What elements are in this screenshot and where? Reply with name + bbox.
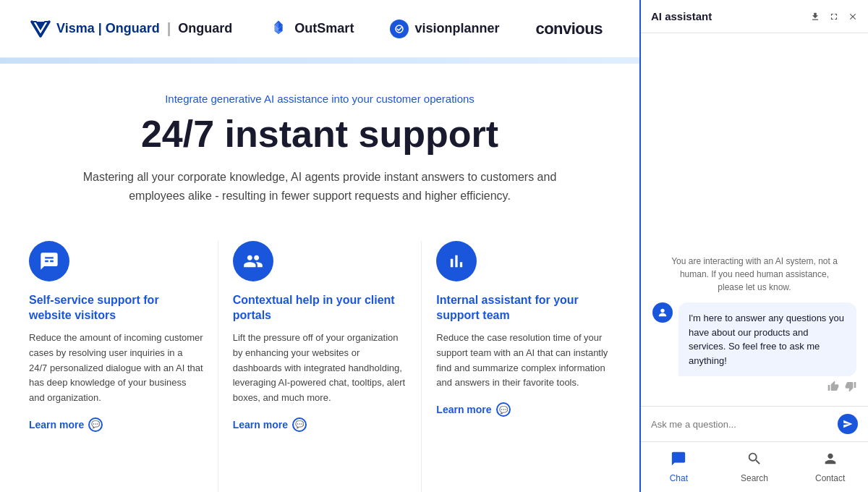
nav-contact[interactable]: Contact — [792, 445, 868, 489]
visionplanner-logo: visionplanner — [390, 20, 499, 38]
ai-avatar-icon — [657, 307, 668, 318]
cards-section: Self-service support for website visitor… — [0, 219, 639, 492]
svg-point-1 — [660, 309, 664, 313]
ai-bubble-container: I'm here to answer any questions you hav… — [678, 302, 856, 394]
card-contextual-help: Contextual help in your client portals L… — [218, 241, 422, 492]
ai-body: You are interacting with an AI system, n… — [641, 33, 868, 406]
learn-more-icon-3: 💬 — [496, 402, 511, 417]
blue-stripe — [0, 58, 639, 64]
ai-bottom-nav: Chat Search Contact — [641, 441, 868, 492]
card-3-title: Internal assistant for your support team — [436, 293, 610, 323]
hero-description: Mastering all your corporate knowledge, … — [67, 168, 573, 205]
card-1-desc: Reduce the amount of incoming customer c… — [29, 331, 203, 406]
visionplanner-text: visionplanner — [414, 21, 499, 36]
learn-more-icon-1: 💬 — [88, 417, 103, 432]
learn-more-icon-2: 💬 — [292, 417, 307, 432]
visma-onguard-logo: Visma | Onguard | Onguard — [29, 19, 232, 39]
outsmart-logo-icon — [268, 19, 289, 39]
ai-notice: You are interacting with an AI system, n… — [652, 255, 856, 294]
ai-input-area — [641, 406, 868, 441]
visma-logo-icon — [29, 19, 52, 39]
chart-icon — [446, 251, 467, 271]
card-2-desc: Lift the pressure off of your organizati… — [233, 331, 407, 406]
close-icon[interactable] — [848, 12, 858, 22]
divider-pipe: | — [167, 20, 171, 37]
chat-bubble-nav-icon — [671, 451, 686, 470]
card-1-learn-more[interactable]: Learn more 💬 — [29, 417, 203, 432]
expand-icon[interactable] — [829, 12, 839, 22]
onguard-text: Onguard — [178, 21, 232, 36]
person-nav-icon — [822, 451, 838, 470]
card-2-learn-more[interactable]: Learn more 💬 — [233, 417, 407, 432]
outsmart-logo: OutSmart — [268, 19, 354, 39]
ai-bubble-actions — [678, 381, 856, 394]
hero-section: Integrate generative AI assistance into … — [0, 64, 639, 219]
hero-subtitle: Integrate generative AI assistance into … — [29, 93, 610, 105]
hero-title: 24/7 instant support — [29, 114, 610, 155]
nav-chat-label: Chat — [670, 473, 688, 483]
ai-header: AI assistant — [641, 0, 868, 33]
card-internal-assistant: Internal assistant for your support team… — [422, 241, 625, 492]
send-icon — [843, 419, 853, 429]
card-2-title: Contextual help in your client portals — [233, 293, 407, 323]
logo-bar: Visma | Onguard | Onguard OutSmart — [0, 0, 639, 58]
visma-text: Visma | Onguard — [56, 21, 160, 36]
ai-bubble: I'm here to answer any questions you hav… — [678, 302, 856, 376]
ai-send-button[interactable] — [838, 414, 858, 434]
ai-message: I'm here to answer any questions you hav… — [652, 302, 856, 394]
chat-icon — [39, 251, 59, 271]
visionplanner-icon — [390, 20, 409, 38]
convious-text: convious — [535, 20, 603, 38]
self-service-icon-bg — [29, 241, 69, 281]
main-content: Visma | Onguard | Onguard OutSmart — [0, 0, 639, 492]
nav-chat[interactable]: Chat — [641, 445, 717, 489]
contextual-help-icon-bg — [233, 241, 273, 281]
ai-header-icons — [810, 12, 858, 22]
ai-avatar — [652, 302, 673, 323]
internal-assistant-icon-bg — [436, 241, 477, 281]
ai-panel-title: AI assistant — [651, 10, 712, 22]
nav-search-label: Search — [741, 473, 768, 483]
nav-contact-label: Contact — [815, 473, 845, 483]
convious-logo: convious — [535, 20, 603, 38]
outsmart-text: OutSmart — [294, 21, 354, 36]
thumbs-down-icon[interactable] — [845, 381, 856, 394]
nav-search[interactable]: Search — [717, 445, 793, 489]
thumbs-up-icon[interactable] — [827, 381, 839, 394]
download-icon[interactable] — [810, 12, 820, 22]
ai-question-input[interactable] — [651, 419, 832, 430]
ai-panel: AI assistant You are interacting with an… — [639, 0, 868, 492]
card-1-title: Self-service support for website visitor… — [29, 293, 203, 323]
search-nav-icon — [746, 451, 762, 470]
card-self-service: Self-service support for website visitor… — [14, 241, 218, 492]
card-3-learn-more[interactable]: Learn more 💬 — [436, 402, 610, 417]
card-3-desc: Reduce the case resolution time of your … — [436, 331, 610, 391]
people-icon — [243, 251, 263, 271]
